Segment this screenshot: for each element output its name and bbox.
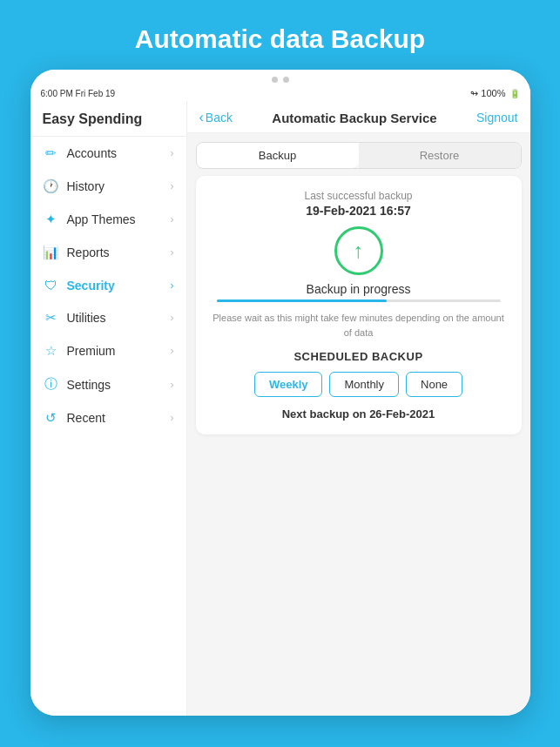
sidebar-item-app-themes[interactable]: ✦ App Themes › — [30, 203, 186, 236]
schedule-none-button[interactable]: None — [406, 372, 462, 397]
status-bar: 6:00 PM Fri Feb 19 ↬ 100% 🔋 — [30, 86, 530, 101]
sidebar-item-utilities[interactable]: ✂ Utilities › — [30, 301, 186, 334]
status-time: 6:00 PM Fri Feb 19 — [41, 89, 116, 98]
sidebar-item-history[interactable]: 🕐 History › — [30, 170, 186, 203]
progress-label: Backup in progress — [208, 282, 509, 296]
sidebar-title: Easy Spending — [30, 101, 186, 137]
page-header: Automatic data Backup — [0, 0, 560, 70]
chevron-icon-security: › — [171, 279, 174, 292]
sidebar-item-security[interactable]: 🛡 Security › — [30, 269, 186, 301]
wifi-icon: ↬ 100% — [470, 88, 505, 99]
chevron-icon-accounts: › — [171, 147, 174, 159]
sidebar-label-accounts: Accounts — [67, 146, 171, 160]
tab-restore[interactable]: Restore — [359, 143, 521, 168]
sidebar: Easy Spending ✏ Accounts › 🕐 History › ✦… — [30, 101, 187, 716]
accounts-icon: ✏ — [43, 145, 60, 161]
upload-circle-wrapper: ↑ — [208, 226, 509, 275]
sidebar-item-settings[interactable]: ⓘ Settings › — [30, 367, 186, 401]
schedule-weekly-button[interactable]: Weekly — [254, 372, 323, 397]
chevron-icon-reports: › — [171, 246, 174, 259]
battery-icon: 🔋 — [509, 89, 520, 98]
tablet-dot-1 — [272, 77, 278, 83]
tablet-top-bar — [30, 70, 530, 86]
utilities-icon: ✂ — [43, 310, 60, 326]
schedule-monthly-button[interactable]: Monthly — [329, 372, 399, 397]
tablet-dot-2 — [283, 77, 289, 83]
sidebar-label-premium: Premium — [67, 344, 171, 358]
page-title: Automatic data Backup — [0, 0, 560, 70]
last-backup-date: 19-Feb-2021 16:57 — [208, 204, 509, 218]
signout-button[interactable]: Signout — [476, 111, 517, 124]
schedule-buttons: Weekly Monthly None — [208, 372, 509, 397]
progress-bar — [217, 299, 501, 302]
progress-bar-fill — [217, 299, 388, 302]
premium-icon: ☆ — [43, 343, 60, 359]
tablet-frame: 6:00 PM Fri Feb 19 ↬ 100% 🔋 Easy Spendin… — [30, 70, 530, 716]
sidebar-item-accounts[interactable]: ✏ Accounts › — [30, 137, 186, 170]
app-themes-icon: ✦ — [43, 212, 60, 227]
chevron-icon-settings: › — [171, 379, 174, 391]
sidebar-label-recent: Recent — [67, 411, 171, 425]
sidebar-label-settings: Settings — [67, 378, 171, 392]
reports-icon: 📊 — [43, 245, 60, 260]
sidebar-label-security: Security — [67, 279, 171, 293]
status-right: ↬ 100% 🔋 — [470, 88, 519, 99]
settings-icon: ⓘ — [43, 376, 60, 393]
nav-title: Automatic Backup Service — [272, 111, 436, 125]
last-backup-info: Last successful backup 19-Feb-2021 16:57 — [208, 190, 509, 218]
history-icon: 🕐 — [43, 178, 60, 194]
upload-arrow-icon: ↑ — [354, 240, 364, 261]
chevron-icon-recent: › — [171, 412, 174, 424]
recent-icon: ↺ — [43, 410, 60, 426]
sidebar-item-recent[interactable]: ↺ Recent › — [30, 401, 186, 434]
nav-bar: ‹ Back Automatic Backup Service Signout — [187, 101, 530, 133]
tab-backup[interactable]: Backup — [197, 143, 359, 168]
back-label: Back — [206, 111, 233, 124]
upload-circle: ↑ — [334, 226, 383, 275]
sidebar-label-history: History — [67, 179, 171, 193]
chevron-icon-premium: › — [171, 345, 174, 357]
chevron-icon-utilities: › — [171, 312, 174, 324]
security-icon: 🛡 — [43, 278, 60, 293]
scheduled-backup-label: SCHEDULED BACKUP — [208, 350, 509, 363]
sidebar-label-app-themes: App Themes — [67, 212, 171, 226]
main-panel: ‹ Back Automatic Backup Service Signout … — [187, 101, 530, 716]
app-body: Easy Spending ✏ Accounts › 🕐 History › ✦… — [30, 101, 530, 716]
chevron-icon-app-themes: › — [171, 213, 174, 225]
backup-wait-text: Please wait as this might take few minut… — [208, 311, 509, 340]
back-button[interactable]: ‹ Back — [199, 110, 233, 125]
backup-content-card: Last successful backup 19-Feb-2021 16:57… — [196, 176, 522, 434]
sidebar-label-utilities: Utilities — [67, 311, 171, 325]
last-backup-label: Last successful backup — [208, 190, 509, 202]
next-backup-text: Next backup on 26-Feb-2021 — [208, 407, 509, 421]
chevron-icon-history: › — [171, 180, 174, 192]
tab-bar: Backup Restore — [196, 142, 522, 169]
sidebar-label-reports: Reports — [67, 246, 171, 259]
sidebar-item-premium[interactable]: ☆ Premium › — [30, 334, 186, 367]
sidebar-item-reports[interactable]: 📊 Reports › — [30, 236, 186, 269]
back-chevron-icon: ‹ — [199, 110, 204, 125]
